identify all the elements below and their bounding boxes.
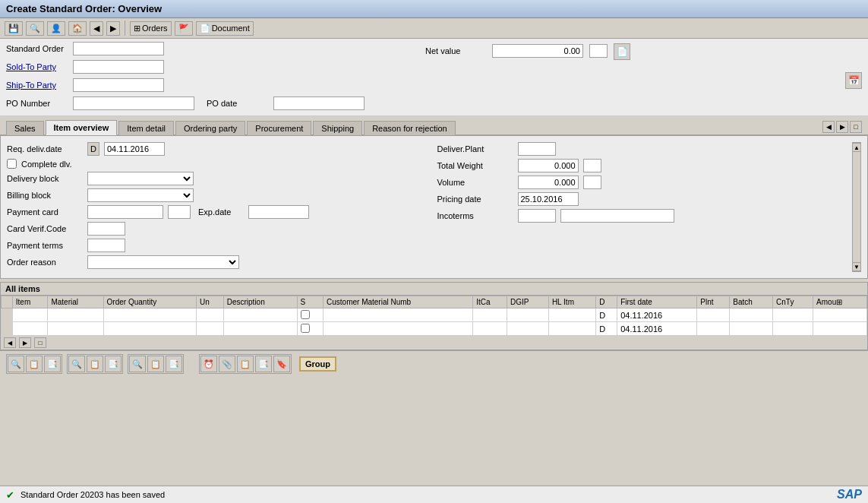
table-row: D 04.11.2016: [2, 322, 867, 336]
btn-paste3-icon[interactable]: 📑: [166, 356, 182, 372]
row2-d: D: [596, 322, 617, 336]
tab-item-detail[interactable]: Item detail: [118, 121, 174, 135]
tab-ordering-party[interactable]: Ordering party: [175, 121, 245, 135]
req-deliv-d[interactable]: [87, 142, 99, 156]
btn-paste-icon[interactable]: 📑: [44, 356, 61, 372]
flag-button[interactable]: 🚩: [175, 21, 193, 36]
col-order-qty: Order Quantity: [103, 296, 196, 308]
scroll-up[interactable]: ▲: [852, 143, 861, 152]
table-nav-expand[interactable]: □: [34, 337, 46, 348]
volume-input[interactable]: [518, 176, 579, 189]
row2-plnt: [697, 322, 730, 336]
tab-nav-right[interactable]: ▶: [836, 121, 848, 133]
btn-paste2-icon[interactable]: 📑: [105, 356, 122, 372]
incoterms-input1[interactable]: [518, 209, 556, 223]
home-button[interactable]: 🏠: [68, 21, 87, 36]
req-deliv-date-input[interactable]: [104, 142, 165, 156]
deliver-plant-label: Deliver.Plant: [437, 144, 513, 153]
sold-to-party-label[interactable]: Sold-To Party: [6, 62, 67, 71]
document-icon-button[interactable]: 📄: [614, 43, 630, 60]
tab-reason-rejection[interactable]: Reason for rejection: [364, 121, 455, 135]
btn-search2-icon[interactable]: 🔍: [68, 356, 85, 372]
po-number-input[interactable]: [73, 96, 194, 110]
calendar-icon-button[interactable]: 📅: [845, 72, 862, 89]
group-button[interactable]: Group: [299, 356, 336, 372]
row2-material: [48, 322, 103, 336]
row2-checkbox[interactable]: [301, 324, 310, 333]
prev-button[interactable]: ◀: [90, 21, 103, 36]
table-nav-left[interactable]: ◀: [4, 337, 16, 348]
col-un: Un: [196, 296, 223, 308]
net-value-input[interactable]: [492, 44, 583, 58]
tab-shipping[interactable]: Shipping: [313, 121, 362, 135]
btn-flag-icon[interactable]: 🔖: [273, 356, 290, 372]
order-reason-select[interactable]: [87, 255, 239, 269]
sap-logo: SAP: [837, 488, 862, 501]
net-value-unit-input[interactable]: [589, 44, 608, 58]
complete-dlv-checkbox[interactable]: [7, 159, 17, 169]
standard-order-input[interactable]: [73, 42, 164, 55]
btn-table-icon[interactable]: 📋: [237, 356, 254, 372]
complete-dlv-row: Complete dlv.: [7, 159, 422, 169]
volume-unit[interactable]: [583, 176, 601, 189]
tab-procurement[interactable]: Procurement: [247, 121, 311, 135]
page-title: Create Standard Order: Overview: [6, 3, 162, 14]
payment-card-extra[interactable]: [168, 205, 191, 219]
table-header-row: Item Material Order Quantity Un Descript…: [2, 296, 867, 308]
sales-left-col: Req. deliv.date Complete dlv. Delivery b…: [7, 142, 422, 272]
orders-button[interactable]: ⊞ Orders: [130, 21, 172, 36]
find-button[interactable]: 🔍: [26, 21, 44, 36]
row1-dgip: [507, 308, 549, 322]
scroll-down[interactable]: ▼: [852, 262, 861, 271]
save-button[interactable]: 💾: [5, 21, 23, 36]
btn-group-actions: ⏰ 📎 📋 📑 🔖: [199, 354, 292, 374]
ship-to-party-label[interactable]: Ship-To Party: [6, 81, 67, 90]
tab-nav-left[interactable]: ◀: [822, 121, 835, 133]
separator-1: [125, 21, 125, 36]
btn-copy2-icon[interactable]: 📋: [87, 356, 103, 372]
exp-date-input[interactable]: [248, 205, 309, 219]
btn-clock-icon[interactable]: ⏰: [200, 356, 217, 372]
btn-copy3-icon[interactable]: 📋: [147, 356, 164, 372]
person-button[interactable]: 👤: [47, 21, 65, 36]
items-section-header: All items: [1, 283, 867, 296]
tab-sales[interactable]: Sales: [6, 121, 44, 135]
btn-search-icon[interactable]: 🔍: [8, 356, 24, 372]
billing-block-select[interactable]: [87, 188, 194, 202]
group-label: Group: [305, 359, 330, 369]
table-nav-row: ◀ ▶ □: [1, 336, 867, 350]
payment-card-input[interactable]: [87, 205, 163, 219]
exp-date-label: Exp.date: [198, 207, 244, 217]
col-item: Item: [12, 296, 48, 308]
row1-cnty: [773, 308, 813, 322]
incoterms-input2[interactable]: [560, 209, 674, 223]
card-verif-input[interactable]: [87, 222, 125, 236]
btn-search3-icon[interactable]: 🔍: [129, 356, 146, 372]
row1-material: [48, 308, 103, 322]
ship-to-party-input[interactable]: [73, 78, 164, 92]
next-button[interactable]: ▶: [106, 21, 120, 36]
tab-item-overview[interactable]: Item overview: [46, 120, 118, 135]
volume-row: Volume: [437, 176, 853, 189]
orders-label: Orders: [142, 24, 168, 33]
sold-to-party-input[interactable]: [73, 60, 164, 74]
btn-doc-icon[interactable]: 📑: [255, 356, 272, 372]
document-button[interactable]: 📄 Document: [196, 21, 254, 36]
btn-link-icon[interactable]: 📎: [219, 356, 235, 372]
status-message: Standard Order 20203 has been saved: [21, 490, 165, 499]
tab-nav-expand[interactable]: □: [850, 121, 862, 133]
total-weight-input[interactable]: [518, 159, 579, 172]
bottom-toolbar: 🔍 📋 📑 🔍 📋 📑 🔍 📋 📑 ⏰ 📎 📋 📑 🔖 Group: [0, 350, 868, 377]
row1-checkbox[interactable]: [301, 310, 310, 319]
btn-copy-icon[interactable]: 📋: [26, 356, 43, 372]
table-nav-right[interactable]: ▶: [19, 337, 31, 348]
payment-terms-input[interactable]: [87, 239, 125, 252]
deliver-plant-input[interactable]: [518, 142, 556, 156]
delivery-block-select[interactable]: [87, 172, 194, 185]
pricing-date-input[interactable]: [518, 192, 579, 206]
col-description: Description: [223, 296, 297, 308]
total-weight-unit[interactable]: [583, 159, 601, 172]
po-date-input[interactable]: [273, 96, 365, 110]
card-verif-label: Card Verif.Code: [7, 224, 83, 233]
col-d: D: [596, 296, 617, 308]
